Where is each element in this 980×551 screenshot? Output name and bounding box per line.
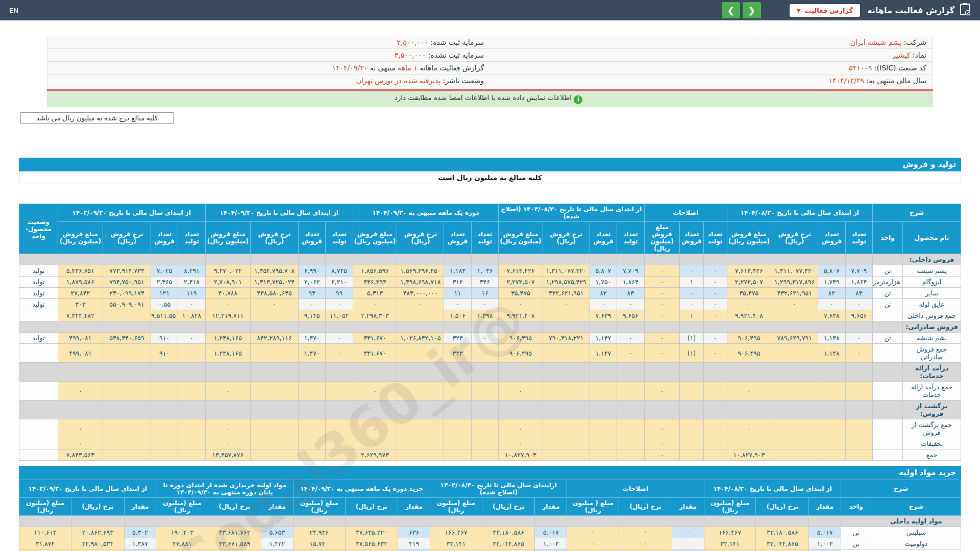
product-status	[19, 310, 58, 321]
value-cell: ۵,۰۱۷	[535, 527, 567, 538]
value-cell: ۰	[353, 299, 397, 310]
column-header: تعداد تولید	[617, 222, 644, 254]
value-cell	[771, 449, 818, 461]
value-cell: ۹,۹۲۱,۴۰۸	[727, 310, 771, 321]
signature-match-banner: i اطلاعات نمایش داده شده با اطلاعات امضا…	[47, 89, 933, 107]
product-status	[19, 438, 58, 449]
publisher-status: وضعیت ناشر: پذیرفته شده در بورس تهران	[47, 74, 490, 87]
section-row-label: فروش داخلی:	[902, 254, 961, 265]
value-cell: ۸۳	[617, 288, 644, 299]
column-header: مقدار	[672, 498, 704, 516]
value-cell: ۱,۱۴۷	[590, 344, 617, 363]
value-cell: ۱,۳۹۸,۶۹۸,۷۱۸	[397, 277, 444, 288]
value-cell: ۲,۳۶۵	[151, 277, 178, 288]
column-header: مبلغ (میلیون ریال)	[156, 498, 208, 516]
table-row: جمع برگشت از فروش۰۰۰۰۰۰	[19, 419, 961, 438]
value-cell: ۱	[680, 277, 703, 288]
language-toggle[interactable]: EN	[9, 7, 18, 14]
value-cell: ۱۴۸,۰۱۱,۹۳۳	[208, 549, 261, 551]
value-cell	[397, 449, 444, 461]
column-header: مبلغ (میلیون ریال)	[19, 498, 71, 516]
product-status: تولید	[19, 277, 58, 288]
value-cell: ۶,۹۹۰	[298, 265, 325, 277]
value-cell: ۱۶۶,۴۶۷	[430, 527, 482, 538]
value-cell: ۰	[499, 419, 543, 438]
section-title-raw-materials: خرید مواد اولیه	[19, 466, 961, 480]
value-cell: ۳۳,۱۸۰,۵۸۶	[756, 527, 809, 538]
value-cell	[444, 382, 471, 400]
value-cell: ۳۲,۱۴۱	[430, 538, 482, 549]
value-cell: ۱,۸۷۹,۵۸۶	[58, 277, 103, 288]
column-header: تعداد تولید	[178, 222, 205, 254]
clipboard-icon	[960, 3, 971, 18]
value-cell: ۰	[644, 299, 680, 310]
value-cell: ۱۶۶,۴۶۷	[704, 527, 756, 538]
value-cell: ۰	[644, 310, 680, 321]
value-cell: ۵,۳۱۳	[353, 288, 397, 299]
section-title-production-sales: تولید و فروش	[19, 158, 961, 171]
column-header: شرح	[841, 480, 961, 498]
value-cell: ۰	[703, 288, 727, 299]
column-group-header: مواد اولیه خریداری شده از ابتدای دوره تا…	[156, 480, 293, 498]
value-cell: ۰	[397, 299, 444, 310]
value-cell: ۱۰,۸۲۸	[178, 310, 205, 321]
value-cell	[298, 438, 325, 449]
prev-report-button[interactable]: ❮	[743, 2, 761, 18]
product-status	[19, 449, 58, 461]
value-cell: ۰	[590, 299, 617, 310]
value-cell: ۱,۰۰۳	[535, 538, 567, 549]
report-type-dropdown[interactable]: گزارش فعالیت ▼	[790, 4, 860, 17]
value-cell	[251, 310, 299, 321]
value-cell: ۰	[567, 538, 619, 549]
value-cell	[818, 382, 845, 400]
value-cell: ۷,۶۳۸	[818, 310, 845, 321]
value-cell: ۳۳,۶۷۱,۵۸۹	[208, 538, 261, 549]
value-cell	[103, 449, 151, 461]
value-cell	[703, 449, 727, 461]
value-cell	[471, 449, 498, 461]
column-group-header: خرید دوره یک ماهه منتهی به ۱۴۰۴/۰۹/۳۰	[293, 480, 430, 498]
product-name: تخفیفات	[902, 438, 961, 449]
next-report-button[interactable]: ❯	[722, 2, 740, 18]
value-cell: ۰	[644, 265, 680, 277]
production-sales-table: شرحاز ابتدای سال مالی تا تاریخ ۱۴۰۴/۰۸/۳…	[19, 204, 961, 461]
value-cell: ۰	[845, 344, 872, 363]
value-cell	[103, 419, 151, 438]
value-cell: ۵,۸۰۷	[818, 265, 845, 277]
table-row: مواد اولیه داخلی	[19, 516, 961, 527]
column-header: مقدار	[124, 498, 156, 516]
value-cell: ۱,۵۰۶	[444, 310, 471, 321]
column-header: مقدار	[261, 498, 293, 516]
column-header: مقدار	[535, 498, 567, 516]
value-cell: ۹۳	[298, 288, 325, 299]
value-cell: ۰	[58, 419, 103, 438]
raw-materials-table: شرحاز ابتدای سال مالی تا تاریخ ۱۴۰۴/۰۸/۳…	[19, 480, 961, 551]
value-cell: ۰	[58, 438, 103, 449]
value-cell: ۲۷,۸۴۲	[58, 288, 103, 299]
value-cell: ۰	[727, 299, 771, 310]
value-cell: ۱,۲۹۸,۵۷۵,۴۲۹	[543, 277, 590, 288]
table-row: فروش داخلی:	[19, 254, 961, 265]
value-cell: ۱,۲۹۹,۳۱۷,۸۹۶	[771, 277, 818, 288]
value-cell	[617, 449, 644, 461]
value-cell: ۰	[672, 549, 704, 551]
product-name: سایر	[902, 288, 961, 299]
report-type-dropdown-label: گزارش فعالیت	[804, 7, 853, 14]
value-cell: ۲,۲۷۲,۵۰۷	[499, 277, 543, 288]
value-cell: ۱,۰۳۶	[471, 265, 498, 277]
value-cell: ۴۰,۷۸۸	[205, 288, 250, 299]
value-cell: ۰	[845, 299, 872, 310]
column-header: واحد	[841, 498, 871, 516]
value-cell	[397, 382, 444, 400]
value-cell	[590, 382, 617, 400]
column-group-header: از ابتدای سال مالی تا تاریخ ۱۴۰۴/۰۸/۳۰	[704, 480, 841, 498]
value-cell	[543, 382, 590, 400]
value-cell: ۱,۴۷۰	[298, 344, 325, 363]
info-row: سال مالی منتهی به: ۱۴۰۴/۱۲/۲۹ وضعیت ناشر…	[47, 74, 933, 87]
value-cell: ۰	[58, 382, 103, 400]
value-cell: (۱)	[680, 333, 703, 344]
value-cell	[543, 438, 590, 449]
value-cell: ۱,۴۲۲	[261, 538, 293, 549]
value-cell	[103, 310, 151, 321]
value-cell: ۷,۸۴۳,۵۶۳	[58, 449, 103, 461]
